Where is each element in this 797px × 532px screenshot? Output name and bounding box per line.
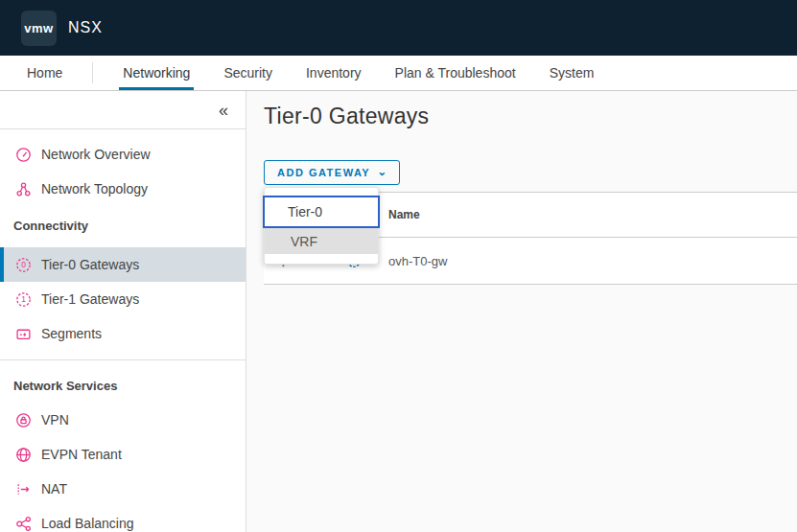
sidebar-item-tier0-gateways[interactable]: 0 Tier-0 Gateways xyxy=(0,247,246,282)
nav-divider xyxy=(92,62,93,83)
dropdown-item-vrf[interactable]: VRF xyxy=(265,228,378,254)
chevron-down-icon: ⌄ xyxy=(377,165,387,178)
sidebar-item-label: EVPN Tenant xyxy=(41,447,122,462)
top-navigation: Home Networking Security Inventory Plan … xyxy=(0,56,797,91)
tab-networking[interactable]: Networking xyxy=(119,56,194,90)
vmware-logo-text: vmw xyxy=(24,21,53,35)
svg-text:1: 1 xyxy=(21,294,26,304)
vpn-lock-icon xyxy=(15,412,32,428)
sidebar-item-load-balancing[interactable]: Load Balancing xyxy=(0,506,246,532)
sidebar-item-evpn-tenant[interactable]: EVPN Tenant xyxy=(0,437,246,472)
sidebar-item-network-overview[interactable]: Network Overview xyxy=(0,137,246,172)
add-gateway-label: ADD GATEWAY xyxy=(277,167,370,178)
sidebar-section-connectivity: Connectivity xyxy=(0,219,246,233)
collapse-sidebar-icon[interactable]: « xyxy=(219,102,228,119)
sidebar-item-label: Segments xyxy=(41,326,102,341)
vmware-logo[interactable]: vmw xyxy=(21,11,57,46)
sidebar-collapse-bar: « xyxy=(0,91,246,129)
sidebar-item-label: Tier-1 Gateways xyxy=(41,291,139,307)
sidebar: « Network Overview Network Topolo xyxy=(0,91,246,532)
sidebar-item-segments[interactable]: Segments xyxy=(0,316,246,351)
sidebar-section-network-services: Network Services xyxy=(0,379,246,393)
segments-icon xyxy=(15,326,32,342)
sidebar-item-label: Network Overview xyxy=(41,147,151,162)
tab-home[interactable]: Home xyxy=(23,56,66,90)
tab-system[interactable]: System xyxy=(546,56,598,90)
topology-icon xyxy=(15,181,32,197)
tab-inventory[interactable]: Inventory xyxy=(302,56,365,90)
load-balancing-icon xyxy=(15,516,32,532)
sidebar-item-label: Load Balancing xyxy=(41,516,134,531)
product-name: NSX xyxy=(68,19,103,36)
page-title: Tier-0 Gateways xyxy=(264,104,429,129)
nat-arrow-icon xyxy=(15,481,32,497)
app-header: vmw NSX xyxy=(0,0,797,56)
dropdown-item-tier0[interactable]: Tier-0 xyxy=(263,196,380,228)
sidebar-item-label: Network Topology xyxy=(41,181,148,197)
sidebar-item-label: VPN xyxy=(41,412,69,428)
svg-text:0: 0 xyxy=(21,260,26,269)
sidebar-divider xyxy=(0,359,246,360)
sidebar-item-label: Tier-0 Gateways xyxy=(41,257,139,272)
sidebar-item-nat[interactable]: NAT xyxy=(0,472,246,506)
gauge-icon xyxy=(15,147,32,163)
sidebar-item-tier1-gateways[interactable]: 1 Tier-1 Gateways xyxy=(0,282,246,316)
sidebar-item-vpn[interactable]: VPN xyxy=(0,403,246,437)
tier1-gateway-icon: 1 xyxy=(15,291,32,308)
tab-security[interactable]: Security xyxy=(220,56,276,90)
add-gateway-dropdown: Tier-0 VRF xyxy=(264,187,379,265)
tab-plan-troubleshoot[interactable]: Plan & Troubleshoot xyxy=(391,56,520,90)
sidebar-item-label: NAT xyxy=(41,481,67,497)
main-content: Tier-0 Gateways ADD GATEWAY ⌄ Name ⋮ xyxy=(246,91,797,532)
sidebar-item-network-topology[interactable]: Network Topology xyxy=(0,172,246,206)
tier0-gateway-icon: 0 xyxy=(15,257,32,273)
evpn-globe-icon xyxy=(15,447,32,463)
add-gateway-button[interactable]: ADD GATEWAY ⌄ xyxy=(264,160,400,185)
